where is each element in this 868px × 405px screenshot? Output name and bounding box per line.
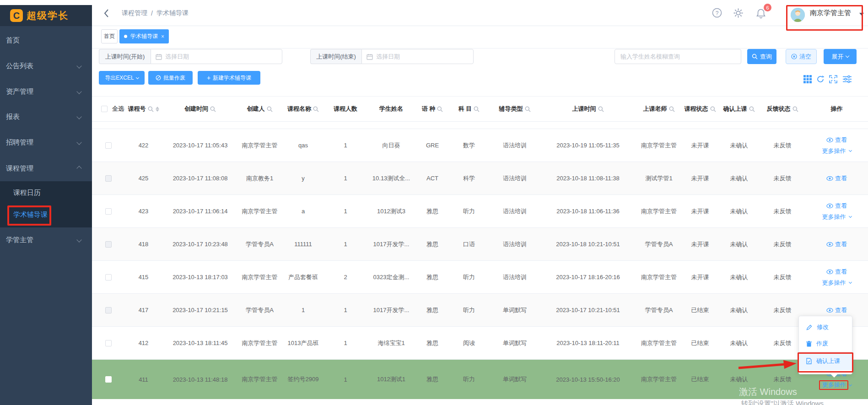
- start-date-input[interactable]: 选择日期: [151, 49, 282, 64]
- more-actions-link[interactable]: 更多操作: [822, 147, 852, 155]
- cell-student: 1012测试3: [366, 207, 416, 216]
- cell-teacher: 南京学管主管: [636, 141, 682, 150]
- cell-student: 0323定金测...: [366, 273, 416, 281]
- breadcrumb-course-management[interactable]: 课程管理: [122, 9, 147, 17]
- header-col-course: 课程名称: [281, 105, 325, 113]
- sort-icon[interactable]: [156, 107, 159, 112]
- column-search-icon[interactable]: [437, 106, 443, 112]
- expand-button[interactable]: 展开: [824, 49, 857, 64]
- view-link[interactable]: 查看: [826, 136, 847, 144]
- cell-feedback: 未反馈: [760, 273, 805, 281]
- batch-void-button[interactable]: 批量作废: [148, 71, 193, 85]
- table-row-418: 4182023-10-17 10:23:48学管专员A11111111017开发…: [92, 228, 868, 261]
- row-checkbox[interactable]: [105, 208, 112, 215]
- more-actions-link[interactable]: 更多操作: [822, 213, 852, 221]
- sidebar-item-announcements[interactable]: 公告列表: [0, 56, 92, 76]
- column-search-icon[interactable]: [267, 106, 273, 112]
- refresh-icon[interactable]: [816, 75, 825, 83]
- cell-time: 2023-10-17 18:16-20:16: [540, 274, 636, 281]
- windows-activation-hint: 转到“设置”以激活 Windows: [741, 400, 824, 405]
- help-icon[interactable]: ?: [712, 8, 722, 18]
- clear-button[interactable]: 清空: [786, 49, 817, 64]
- table-row-425: 4252023-10-17 11:08:08南京教务1y110.13测试全...…: [92, 162, 868, 195]
- cell-feedback: 未反馈: [760, 306, 805, 314]
- row-checkbox[interactable]: [105, 376, 112, 383]
- cell-count: 1: [325, 307, 366, 313]
- cell-creator: 南京学管主管: [238, 141, 281, 150]
- cell-created: 2023-10-17 11:06:14: [162, 208, 238, 215]
- grid-view-icon[interactable]: [803, 75, 812, 83]
- cell-created: 2023-10-13 18:17:03: [162, 274, 238, 281]
- row-checkbox[interactable]: [105, 307, 112, 313]
- cell-ops: 查看: [805, 306, 868, 314]
- select-all-checkbox[interactable]: [101, 106, 108, 112]
- cell-feedback: 未反馈: [760, 375, 805, 383]
- column-search-icon[interactable]: [525, 106, 531, 112]
- export-excel-button[interactable]: 导出EXCEL: [99, 71, 145, 85]
- cell-count: 1: [325, 376, 366, 383]
- column-search-icon[interactable]: [210, 106, 216, 112]
- row-checkbox[interactable]: [105, 175, 112, 182]
- column-search-icon[interactable]: [710, 106, 716, 112]
- cell-time: 2023-10-18 11:06-11:36: [540, 208, 636, 215]
- logo-text: 超级学长: [27, 9, 69, 22]
- tab-close-icon[interactable]: ×: [161, 33, 164, 40]
- calendar-icon: [156, 54, 162, 60]
- search-button[interactable]: 查询: [747, 49, 776, 64]
- row-checkbox[interactable]: [105, 142, 112, 149]
- topbar: 课程管理 / 学术辅导课 ? 6 南京学管主管: [92, 0, 868, 26]
- column-settings-icon[interactable]: [843, 75, 852, 83]
- sidebar-item-course-calendar[interactable]: 课程日历: [0, 182, 92, 204]
- column-search-icon[interactable]: [313, 106, 319, 112]
- row-checkbox[interactable]: [105, 340, 112, 346]
- view-link[interactable]: 查看: [826, 202, 847, 210]
- column-search-icon[interactable]: [669, 106, 675, 112]
- sidebar-item-home[interactable]: 首页: [0, 30, 92, 50]
- column-search-icon[interactable]: [474, 106, 480, 112]
- view-link[interactable]: 查看: [826, 240, 847, 248]
- cell-id: 415: [124, 274, 162, 281]
- cell-count: 1: [325, 340, 366, 346]
- sidebar-item-assets[interactable]: 资产管理: [0, 81, 92, 102]
- sidebar-item-academic-director[interactable]: 学管主管: [0, 230, 92, 250]
- cell-creator: 南京学管主管: [238, 207, 281, 216]
- chevron-down-icon: [76, 237, 81, 242]
- cell-created: 2023-10-13 11:48:18: [162, 376, 238, 383]
- chevron-down-icon: [76, 89, 81, 94]
- view-link[interactable]: 查看: [826, 174, 847, 183]
- sidebar-item-recruitment[interactable]: 招聘管理: [0, 132, 92, 152]
- sidebar-item-reports[interactable]: 报表: [0, 107, 92, 127]
- cell-lang: GRE: [416, 142, 448, 149]
- row-checkbox[interactable]: [105, 274, 112, 281]
- cell-subject: 听力: [448, 207, 490, 216]
- app-logo: C 超级学长: [0, 5, 92, 26]
- tab-home[interactable]: 首页: [101, 29, 118, 43]
- new-course-button[interactable]: + 新建学术辅导课: [198, 71, 260, 85]
- student-search-input[interactable]: 输入学生姓名模糊查询: [615, 49, 741, 64]
- back-icon[interactable]: [102, 8, 111, 18]
- cell-creator: 南京学管主管: [238, 273, 281, 281]
- popup-item-edit[interactable]: 修改: [799, 319, 852, 335]
- header-col-student: 学生姓名: [366, 105, 416, 113]
- cell-confirm: 未确认: [718, 339, 760, 347]
- tab-academic-tutoring[interactable]: 学术辅导课 ×: [119, 29, 169, 43]
- cell-student: 10.13测试全...: [366, 174, 416, 183]
- fullscreen-icon[interactable]: [829, 75, 837, 83]
- breadcrumb-academic-tutoring: 学术辅导课: [156, 9, 189, 17]
- view-link[interactable]: 查看: [826, 268, 847, 276]
- popup-item-trash[interactable]: 作废: [799, 335, 852, 352]
- column-search-icon[interactable]: [148, 106, 154, 112]
- cell-confirm: 未确认: [718, 174, 760, 183]
- column-search-icon[interactable]: [793, 106, 798, 112]
- cell-status: 已结束: [682, 339, 718, 347]
- gear-icon[interactable]: [733, 8, 744, 18]
- column-search-icon[interactable]: [749, 106, 755, 112]
- column-search-icon[interactable]: [598, 106, 604, 112]
- row-checkbox[interactable]: [105, 241, 112, 248]
- table-row-412: 4122023-10-13 18:11:45南京学管主管1013产品班1海绵宝宝…: [92, 327, 868, 360]
- view-link[interactable]: 查看: [826, 306, 847, 314]
- end-date-input[interactable]: 选择日期: [361, 49, 474, 64]
- more-actions-link[interactable]: 更多操作: [822, 279, 852, 287]
- sidebar-item-course-management[interactable]: 课程管理: [0, 158, 92, 178]
- cell-status: 已结束: [682, 306, 718, 314]
